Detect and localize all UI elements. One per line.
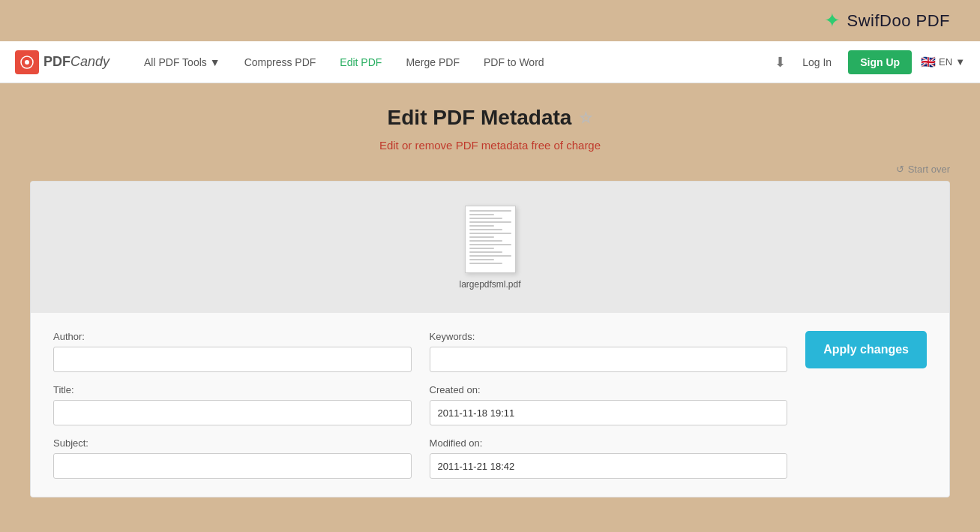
apply-changes-button[interactable]: Apply changes <box>805 331 927 368</box>
author-group: Author: <box>53 331 412 372</box>
thumb-line <box>469 210 511 212</box>
thumb-line <box>469 236 495 238</box>
thumb-line <box>469 240 503 242</box>
brand-bar: ✦ SwifDoo PDF <box>0 0 980 41</box>
nav-all-pdf-tools[interactable]: All PDF Tools ▼ <box>132 41 232 83</box>
keywords-label: Keywords: <box>430 331 788 342</box>
thumb-line <box>469 255 511 257</box>
pdf-filename: largepdfsml.pdf <box>459 279 520 290</box>
thumb-line <box>469 218 503 219</box>
thumb-line <box>469 248 495 249</box>
subject-group: Subject: <box>53 437 412 479</box>
nav-pdf-to-word[interactable]: PDF to Word <box>472 41 556 83</box>
page-title-area: Edit PDF Metadata ☆ <box>30 106 950 130</box>
created-on-group: Created on: <box>430 384 788 425</box>
subject-label: Subject: <box>53 437 412 449</box>
lang-dropdown-icon: ▼ <box>955 56 965 68</box>
tool-container: largepdfsml.pdf Author: Keywords: Apply … <box>30 181 950 497</box>
author-input[interactable] <box>53 347 412 372</box>
nav-compress-pdf[interactable]: Compress PDF <box>232 41 328 83</box>
favorite-star-icon[interactable]: ☆ <box>579 109 592 127</box>
modified-on-input[interactable] <box>430 453 788 479</box>
created-on-label: Created on: <box>430 384 788 395</box>
nav-bar: PDFCandy All PDF Tools ▼ Compress PDF Ed… <box>0 41 980 83</box>
title-group: Title: <box>53 384 412 425</box>
pdf-thumbnail <box>465 206 516 273</box>
main-content: Edit PDF Metadata ☆ Edit or remove PDF m… <box>0 83 980 520</box>
thumb-line <box>469 225 495 227</box>
flag-icon: 🇬🇧 <box>921 55 936 69</box>
pdf-preview-area: largepdfsml.pdf <box>31 182 949 313</box>
keywords-group: Keywords: <box>430 331 788 372</box>
thumb-line <box>469 259 495 260</box>
nav-logo[interactable]: PDFCandy <box>15 50 109 74</box>
nav-right: ⬇ Log In Sign Up 🇬🇧 EN ▼ <box>775 50 965 74</box>
download-icon[interactable]: ⬇ <box>775 54 786 71</box>
signup-button[interactable]: Sign Up <box>848 50 912 74</box>
modified-on-group: Modified on: <box>430 437 788 479</box>
start-over-area: ↺ Start over <box>30 164 950 175</box>
page-subtitle: Edit or remove PDF metadata free of char… <box>30 139 950 152</box>
author-label: Author: <box>53 331 412 342</box>
thumb-line <box>469 214 495 215</box>
subject-input[interactable] <box>53 453 412 479</box>
page-title: Edit PDF Metadata ☆ <box>388 106 593 130</box>
dropdown-icon: ▼ <box>210 56 220 68</box>
language-selector[interactable]: 🇬🇧 EN ▼ <box>921 55 965 69</box>
svg-point-1 <box>25 60 29 65</box>
thumb-line <box>469 221 511 223</box>
thumb-line <box>469 244 511 245</box>
nav-links: All PDF Tools ▼ Compress PDF Edit PDF Me… <box>132 41 775 83</box>
brand-name: SwifDoo PDF <box>847 11 950 31</box>
pdfcandy-logo-icon <box>15 50 39 74</box>
keywords-input[interactable] <box>430 347 788 372</box>
thumb-line <box>469 263 503 264</box>
modified-on-label: Modified on: <box>430 437 788 449</box>
created-on-input[interactable] <box>430 400 788 425</box>
nav-merge-pdf[interactable]: Merge PDF <box>394 41 472 83</box>
title-label: Title: <box>53 384 412 395</box>
apply-btn-area: Apply changes <box>805 331 927 368</box>
refresh-icon: ↺ <box>896 164 904 175</box>
login-button[interactable]: Log In <box>795 52 839 73</box>
brand-bird-icon: ✦ <box>824 9 841 32</box>
thumb-line <box>469 229 503 230</box>
thumb-line <box>469 233 511 234</box>
nav-logo-text: PDFCandy <box>43 54 109 70</box>
metadata-form: Author: Keywords: Apply changes Title: C… <box>31 313 949 497</box>
start-over-button[interactable]: ↺ Start over <box>896 164 950 175</box>
title-input[interactable] <box>53 400 412 425</box>
thumb-line <box>469 251 503 253</box>
nav-edit-pdf[interactable]: Edit PDF <box>328 41 394 83</box>
